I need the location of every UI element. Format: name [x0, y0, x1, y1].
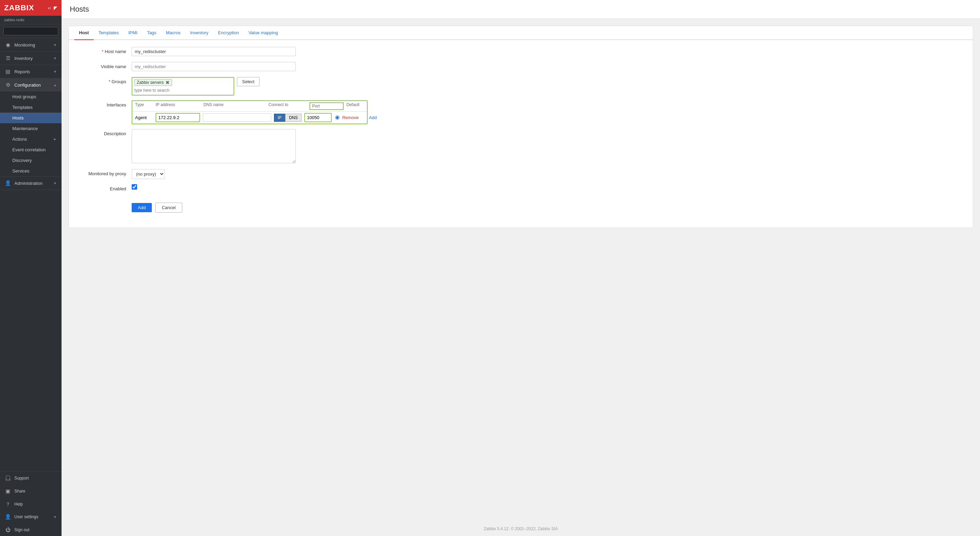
iface-default-radio[interactable]: [335, 115, 340, 120]
cancel-button[interactable]: Cancel: [155, 203, 182, 212]
page-header: Hosts: [62, 0, 980, 19]
groups-row: Groups Zabbix servers ✖: [77, 77, 965, 96]
sidebar-item-administration[interactable]: 👤 Administration ▼: [0, 177, 62, 190]
interface-row-1: Agent IP DNS: [132, 112, 367, 124]
tab-macros[interactable]: Macros: [161, 26, 185, 40]
visible-name-field: [132, 62, 965, 71]
description-label: Description: [77, 129, 132, 136]
sidebar-item-inventory[interactable]: ☰ Inventory ▼: [0, 52, 62, 65]
groups-wrapper: Zabbix servers ✖ Select: [132, 77, 965, 96]
reports-arrow: ▼: [53, 70, 57, 73]
sidebar-configuration-label: Configuration: [14, 83, 41, 88]
proxy-label: Monitored by proxy: [77, 169, 132, 176]
group-tag-remove[interactable]: ✖: [165, 80, 170, 85]
iface-btn-ip[interactable]: IP: [274, 114, 285, 122]
sidebar-logo: ZABBIX: [4, 3, 34, 12]
iface-btn-dns[interactable]: DNS: [285, 114, 301, 122]
sidebar: ZABBIX ‹‹ ◤ zabbix-redis ◉ Monitoring ▼ …: [0, 0, 62, 536]
inventory-icon: ☰: [5, 55, 11, 61]
interfaces-row: Interfaces Type IP address DNS name Conn…: [77, 100, 965, 124]
support-label: Support: [14, 476, 29, 480]
expand-icon[interactable]: ◤: [54, 5, 57, 11]
sidebar-item-services[interactable]: Services: [0, 166, 62, 176]
sidebar-item-configuration[interactable]: ⚙ Configuration ▲: [0, 78, 62, 91]
sidebar-item-share[interactable]: ▣ Share: [0, 485, 62, 498]
tab-inventory[interactable]: Inventory: [185, 26, 213, 40]
iface-connect-buttons: IP DNS: [274, 114, 302, 122]
nav-configuration-section: ⚙ Configuration ▲ Host groups Templates …: [0, 78, 62, 177]
iface-header-port: Port: [309, 102, 344, 110]
sidebar-bottom: 🎧 Support ▣ Share ? Help 👤 User settings…: [0, 471, 62, 536]
visible-name-input[interactable]: [132, 62, 296, 71]
help-label: Help: [14, 502, 23, 507]
tab-encryption[interactable]: Encryption: [213, 26, 243, 40]
tab-tags[interactable]: Tags: [142, 26, 161, 40]
sidebar-controls: ‹‹ ◤: [48, 5, 57, 11]
iface-type: Agent: [135, 115, 156, 120]
proxy-field: (no proxy): [132, 169, 965, 179]
host-name-label: Host name: [77, 47, 132, 54]
tab-templates[interactable]: Templates: [94, 26, 123, 40]
host-name-field: [132, 47, 965, 56]
host-groups-label: Host groups: [12, 94, 36, 99]
interfaces-add-link[interactable]: Add: [369, 115, 377, 120]
hosts-label: Hosts: [12, 115, 24, 120]
user-settings-label: User settings: [14, 514, 38, 519]
iface-ip-input[interactable]: [156, 113, 200, 122]
iface-remove-link[interactable]: Remove: [342, 115, 359, 120]
sidebar-item-user-settings[interactable]: 👤 User settings ▼: [0, 510, 62, 523]
enabled-row: Enabled: [77, 184, 965, 195]
iface-dns-input[interactable]: [203, 113, 271, 122]
page-title: Hosts: [70, 5, 972, 14]
sidebar-item-templates[interactable]: Templates: [0, 102, 62, 113]
reports-icon: ▤: [5, 69, 11, 75]
sidebar-item-event-correlation[interactable]: Event correlation: [0, 144, 62, 155]
add-button[interactable]: Add: [132, 203, 152, 212]
form-actions-row: Add Cancel: [132, 199, 965, 212]
configuration-icon: ⚙: [5, 82, 11, 88]
actions-arrow: ►: [53, 137, 57, 141]
groups-select-button[interactable]: Select: [237, 77, 259, 86]
form-container: Host Templates IPMI Tags Macros Inventor…: [68, 26, 973, 228]
sidebar-item-reports[interactable]: ▤ Reports ▼: [0, 65, 62, 78]
groups-label: Groups: [77, 77, 132, 84]
sidebar-item-actions[interactable]: Actions ►: [0, 134, 62, 144]
sidebar-item-discovery[interactable]: Discovery: [0, 155, 62, 166]
share-label: Share: [14, 489, 25, 494]
tab-value-mapping[interactable]: Value mapping: [244, 26, 283, 40]
search-input[interactable]: [3, 27, 58, 35]
inventory-arrow: ▼: [53, 56, 57, 60]
host-name-input[interactable]: [132, 47, 296, 56]
proxy-row: Monitored by proxy (no proxy): [77, 169, 965, 179]
sidebar-item-support[interactable]: 🎧 Support: [0, 472, 62, 485]
interfaces-table: Type IP address DNS name Connect to Port…: [132, 100, 368, 124]
share-icon: ▣: [5, 488, 11, 494]
enabled-checkbox[interactable]: [132, 184, 137, 190]
tab-host[interactable]: Host: [74, 26, 94, 40]
nav-monitoring-section: ◉ Monitoring ▼: [0, 38, 62, 52]
collapse-icon[interactable]: ‹‹: [48, 5, 51, 11]
sidebar-reports-label: Reports: [14, 69, 30, 74]
configuration-arrow: ▲: [53, 83, 57, 87]
description-textarea[interactable]: [132, 129, 296, 163]
sidebar-item-monitoring[interactable]: ◉ Monitoring ▼: [0, 38, 62, 51]
footer-text: Zabbix 5.4.12. © 2001–2022, Zabbix SIA: [484, 526, 558, 531]
iface-port-input[interactable]: [304, 113, 332, 122]
sidebar-item-sign-out[interactable]: ⏻ Sign out: [0, 523, 62, 536]
sign-out-label: Sign out: [14, 528, 29, 532]
nav-administration-section: 👤 Administration ▼: [0, 177, 62, 190]
sidebar-item-host-groups[interactable]: Host groups: [0, 91, 62, 102]
visible-name-label: Visible name: [77, 62, 132, 69]
iface-header-ip: IP address: [156, 102, 200, 110]
sidebar-item-help[interactable]: ? Help: [0, 498, 62, 510]
sidebar-item-maintenance[interactable]: Maintenance: [0, 123, 62, 134]
groups-search-input[interactable]: [134, 87, 231, 93]
sidebar-monitoring-label: Monitoring: [14, 42, 35, 48]
description-row: Description: [77, 129, 965, 164]
user-settings-arrow: ▼: [53, 515, 57, 519]
footer: Zabbix 5.4.12. © 2001–2022, Zabbix SIA: [62, 522, 980, 536]
proxy-select[interactable]: (no proxy): [132, 169, 165, 179]
groups-input-box[interactable]: Zabbix servers ✖: [132, 77, 234, 96]
sidebar-item-hosts[interactable]: Hosts: [0, 113, 62, 123]
tab-ipmi[interactable]: IPMI: [123, 26, 142, 40]
